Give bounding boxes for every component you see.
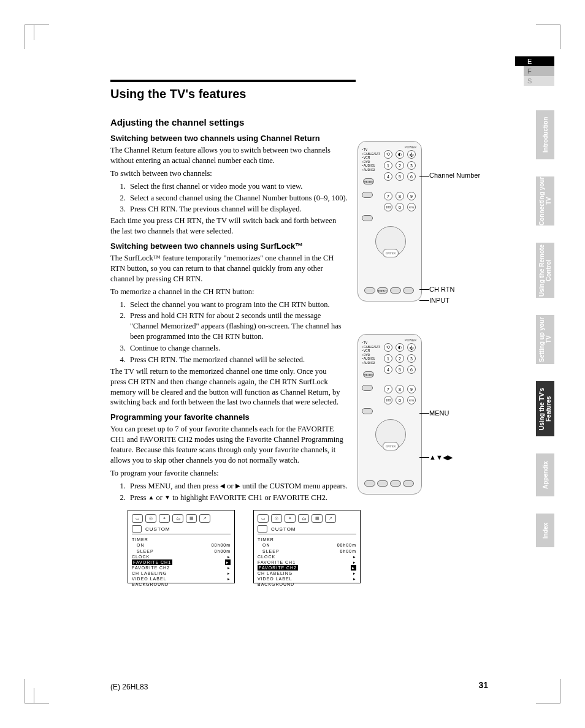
num-button: 0 [396,396,404,404]
remote-diagram-2: TVCABLE/SATVCR DVDAUDIO1AUDIO2 POWER ⟲◐⏻… [358,334,422,495]
tab-tv-features: Using the TV's Features [536,381,554,436]
power-button: ⏻ [407,150,416,159]
num-button: 2 [396,161,404,170]
osd-value: 0h00m [340,548,356,554]
text: until the CUSTOM menu appears. [240,482,348,490]
callout-line [419,457,429,458]
remote-button: ⟲ [384,150,392,159]
remote-button [403,287,414,294]
mode-button: MODE [363,178,374,184]
steps-favorite: Press MENU, and then press ◀ or ▶ until … [128,481,348,503]
num-button: 2 [396,354,404,363]
arrow-icon [353,559,356,565]
lang-tab-e: E [524,56,554,66]
lang-s-label: S [527,77,532,85]
osd-item-highlighted: FAVORITE CH1 [132,559,172,565]
osd-title: CUSTOM [271,526,296,532]
osd-value: 00h00m [212,542,231,548]
list-item: Press and hold CH RTN for about 2 second… [128,311,348,342]
osd-tab-icon: ▦ [312,514,323,523]
num-button: 6 [407,365,416,374]
tab-appendix: Appendix [536,453,554,496]
num-button: 8 [396,385,404,393]
osd-item: TIMER [258,537,274,542]
text: to highlight FAVORITE CH1 or FAVORITE CH… [170,493,327,502]
callout-line [419,413,429,414]
footer-model: (E) 26HL83 [110,683,148,691]
num-button: 100 [384,396,392,404]
list-item: Press ▲ or ▼ to highlight FAVORITE CH1 o… [128,493,348,503]
arrow-icon [353,571,356,576]
num-button: 7 [384,385,392,393]
osd-item: ON [262,542,270,548]
osd-item: SLEEP [262,548,280,554]
text: Press MENU, and then press [130,482,220,490]
osd-tab-icon: ▭ [258,514,269,523]
chrtn-button: RTN [407,203,416,211]
osd-value: 00h00m [337,542,356,548]
osd-value: 0h00m [215,548,231,554]
paragraph: To switch between two channels: [110,169,343,179]
osd-tab-icon: ✦ [285,514,296,523]
callout-line [419,176,429,177]
osd-menu-fav1: ▭ ◎ ✦ 🗂 ▦ ↗ CUSTOM TIMER ON00h00m SLEEP0… [128,510,235,583]
remote-button: ⟲ [384,343,392,352]
subsection-surflock: Switching between two channels using Sur… [110,241,478,251]
arrow-icon [228,554,231,559]
num-button: 7 [384,192,392,200]
lang-e-label: E [527,58,532,65]
paragraph: To program your favorite channels: [110,468,343,479]
osd-item: CLOCK [132,554,150,559]
remote-mode-list: TVCABLE/SATVCR DVDAUDIO1AUDIO2 [362,148,380,172]
list-item: Press CH RTN. The previous channel will … [128,204,348,214]
menu-button [362,408,373,414]
paragraph: Each time you press CH RTN, the TV will … [110,216,343,237]
osd-title: CUSTOM [145,526,170,532]
tab-index: Index [536,514,554,547]
remote-button [362,215,373,221]
osd-tab-icon: ↗ [325,514,336,523]
remote-button [362,192,373,198]
tab-remote-control: Using the Remote Control [536,243,554,298]
remote-mode-list: TVCABLE/SATVCR DVDAUDIO1AUDIO2 [362,341,380,365]
num-button: 3 [407,161,416,170]
osd-menu-fav2: ▭ ◎ ✦ 🗂 ▦ ↗ CUSTOM TIMER ON00h00m SLEEP0… [253,510,361,583]
osd-item: SLEEP [137,548,154,554]
paragraph: The SurfLock™ feature temporarily "memor… [110,253,343,284]
osd-screenshots: ▭ ◎ ✦ 🗂 ▦ ↗ CUSTOM TIMER ON00h00m SLEEP0… [128,510,478,583]
right-arrow-icon: ▶ [235,482,240,489]
arrow-icon [353,554,356,559]
remote-button [403,480,414,487]
lang-f-label: F [527,67,532,75]
chapter-tabs: Introduction Connecting your TV Using th… [536,110,554,564]
num-button: 4 [384,365,392,374]
lang-tab-s: S [524,76,554,86]
osd-item: TIMER [132,537,148,542]
num-button: 9 [407,192,416,200]
text: Press [130,493,148,502]
osd-item-highlighted: FAVORITE CH2 [258,565,298,571]
remote-diagram-1: TVCABLE/SATVCR DVDAUDIO1AUDIO2 POWER ⟲◐⏻… [358,141,422,301]
osd-item: CH LABELING [132,571,167,576]
power-button: ⏻ [407,343,416,352]
steps-surflock: Select the channel you want to program i… [128,300,348,365]
osd-tab-icon: ▦ [186,514,197,523]
section-heading: Adjusting the channel settings [110,117,478,127]
osd-item: BACKGROUND [132,582,169,587]
lang-tab-f: F [524,66,554,76]
num-button: 3 [407,354,416,363]
num-button: 6 [407,172,416,181]
callout-menu: MENU [429,409,449,417]
osd-item: VIDEO LABEL [258,576,292,582]
num-button: 1 [384,161,392,170]
remote-button [390,287,401,294]
page-number: 31 [478,680,488,690]
num-button: 5 [396,172,404,181]
osd-tab-icon: ↗ [199,514,210,523]
paragraph: You can preset up to 7 of your favorite … [110,424,343,466]
steps-channel-return: Select the first channel or video mode y… [128,181,348,215]
tab-connecting: Connecting your TV [536,176,554,226]
num-button: 8 [396,192,404,200]
remote-button [364,287,375,294]
arrow-icon [351,565,356,571]
